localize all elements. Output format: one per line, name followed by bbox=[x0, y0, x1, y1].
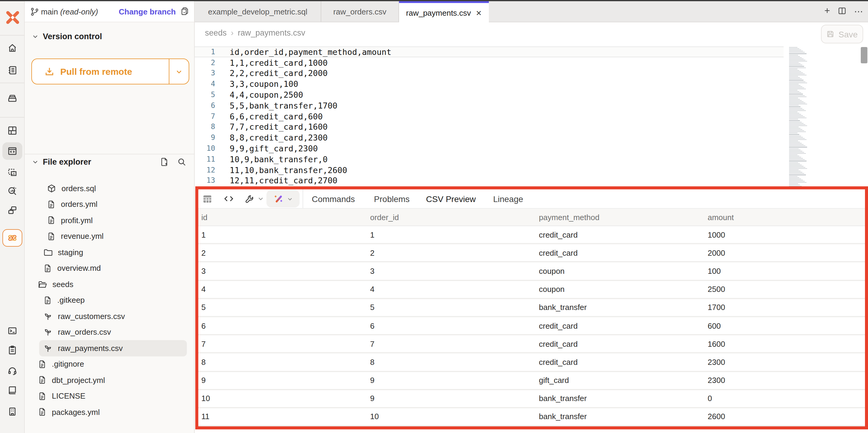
code-line[interactable]: 76,6,credit_card,600 bbox=[195, 111, 784, 122]
pull-options-caret[interactable] bbox=[169, 59, 189, 84]
file-item-dbt-project-yml[interactable]: dbt_project.yml bbox=[25, 372, 194, 388]
table-cell: 2 bbox=[201, 244, 206, 261]
code-line[interactable]: 32,2,credit_card,2000 bbox=[195, 68, 784, 79]
file-item-overview-md[interactable]: overview.md bbox=[25, 260, 194, 276]
minimap-line bbox=[789, 168, 807, 169]
nav-insights[interactable] bbox=[2, 182, 22, 200]
nav-integrations[interactable] bbox=[2, 201, 22, 219]
file-item-raw-orders-csv[interactable]: raw_orders.csv bbox=[25, 324, 194, 340]
file-item-staging[interactable]: staging bbox=[25, 244, 194, 260]
minimap[interactable] bbox=[789, 47, 811, 186]
nav-docs[interactable] bbox=[2, 381, 22, 399]
column-header-order_id[interactable]: order_id bbox=[370, 209, 399, 226]
minimap-line bbox=[789, 116, 805, 117]
nav-org[interactable] bbox=[2, 403, 22, 420]
minimap-line bbox=[789, 60, 805, 60]
column-header-amount[interactable]: amount bbox=[708, 209, 734, 226]
minimap-line bbox=[789, 109, 804, 110]
new-file-icon[interactable] bbox=[160, 157, 169, 167]
change-branch-link[interactable]: Change branch bbox=[119, 7, 176, 16]
search-icon[interactable] bbox=[177, 157, 186, 167]
code-line[interactable]: 1110,9,bank_transfer,0 bbox=[195, 154, 784, 165]
file-item-orders-sql[interactable]: orders.sql bbox=[25, 180, 194, 196]
minimap-line bbox=[789, 182, 807, 183]
file-item-seeds[interactable]: seeds bbox=[25, 276, 194, 292]
nav-copilot[interactable] bbox=[2, 229, 22, 247]
save-button[interactable]: Save bbox=[821, 25, 863, 44]
minimap-line bbox=[789, 166, 804, 167]
split-editor-icon[interactable] bbox=[838, 7, 846, 15]
dbt-logo-icon[interactable] bbox=[4, 9, 21, 26]
panel-tab-csv-preview[interactable]: CSV Preview bbox=[426, 190, 476, 208]
more-options-icon[interactable]: ⋯ bbox=[854, 6, 863, 16]
file-name: packages.yml bbox=[52, 408, 100, 417]
version-control-header[interactable]: Version control bbox=[32, 32, 102, 41]
table-cell: 6 bbox=[370, 317, 374, 334]
nav-canvas[interactable] bbox=[2, 164, 22, 181]
file-item-orders-yml[interactable]: orders.yml bbox=[25, 196, 194, 212]
panel-tab-lineage[interactable]: Lineage bbox=[493, 190, 523, 208]
nav-home[interactable] bbox=[2, 39, 22, 57]
table-cell: credit_card bbox=[539, 244, 578, 261]
close-tab-icon[interactable]: ✕ bbox=[476, 9, 482, 17]
code-line[interactable]: 43,3,coupon,100 bbox=[195, 79, 784, 90]
line-number: 7 bbox=[195, 112, 215, 120]
minimap-line bbox=[789, 91, 799, 92]
code-line[interactable]: 54,4,coupon,2500 bbox=[195, 89, 784, 100]
line-number: 8 bbox=[195, 123, 215, 131]
column-header-payment_method[interactable]: payment_method bbox=[539, 209, 599, 226]
minimap-line bbox=[789, 108, 802, 108]
file-item-raw-customers-csv[interactable]: raw_customers.csv bbox=[25, 308, 194, 324]
nav-notebooks[interactable] bbox=[2, 61, 22, 79]
editor-scrollbar-thumb[interactable] bbox=[861, 47, 867, 63]
minimap-line bbox=[789, 56, 800, 56]
minimap-line bbox=[789, 114, 801, 115]
code-line[interactable]: 65,5,bank_transfer,1700 bbox=[195, 100, 784, 111]
results-table-icon[interactable] bbox=[203, 190, 212, 208]
file-item--gitignore[interactable]: .gitignore bbox=[25, 356, 194, 372]
chevron-down-icon bbox=[32, 33, 38, 40]
nav-develop[interactable] bbox=[2, 142, 22, 160]
code-line[interactable]: 1id,order_id,payment_method,amount bbox=[195, 47, 784, 57]
editor-tab-raw-orders-csv[interactable]: raw_orders.csv bbox=[321, 1, 399, 22]
new-tab-icon[interactable]: + bbox=[824, 6, 830, 16]
file-item-revenue-yml[interactable]: revenue.yml bbox=[25, 228, 194, 244]
code-editor[interactable]: 1id,order_id,payment_method,amount21,1,c… bbox=[195, 44, 868, 186]
minimap-line bbox=[789, 81, 805, 82]
nav-logs[interactable] bbox=[2, 341, 22, 359]
file-item-raw-payments-csv[interactable]: raw_payments.csv bbox=[25, 340, 194, 356]
chevron-down-icon[interactable] bbox=[257, 190, 264, 208]
editor-tab-raw-payments-csv[interactable]: raw_payments.csv✕ bbox=[399, 1, 489, 23]
code-line[interactable]: 1211,10,bank_transfer,2600 bbox=[195, 165, 784, 175]
breadcrumb-folder[interactable]: seeds bbox=[205, 28, 227, 37]
code-line[interactable]: 1312,11,credit_card,2700 bbox=[195, 175, 784, 186]
code-line[interactable]: 21,1,credit_card,1000 bbox=[195, 57, 784, 68]
code-line[interactable]: 98,8,credit_card,2300 bbox=[195, 133, 784, 143]
file-item-profit-yml[interactable]: profit.yml bbox=[25, 212, 194, 228]
column-header-id[interactable]: id bbox=[201, 209, 207, 226]
nav-apps[interactable] bbox=[2, 122, 22, 139]
panel-tab-problems[interactable]: Problems bbox=[374, 190, 410, 208]
code-line[interactable]: 109,9,gift_card,2300 bbox=[195, 143, 784, 154]
code-view-icon[interactable] bbox=[224, 190, 234, 208]
nav-catalog[interactable] bbox=[2, 89, 22, 107]
file-item--gitkeep[interactable]: .gitkeep bbox=[25, 292, 194, 308]
panel-tab-commands[interactable]: Commands bbox=[312, 190, 355, 208]
breadcrumb: seeds › raw_payments.csv bbox=[205, 28, 305, 37]
file-name: orders.yml bbox=[61, 200, 97, 209]
editor-tab-example-develop-metric-sql[interactable]: example_develop_metric.sql bbox=[195, 1, 321, 22]
cube-icon bbox=[47, 184, 56, 193]
nav-support[interactable] bbox=[2, 362, 22, 379]
ai-assist-button[interactable] bbox=[267, 190, 300, 207]
file-item-LICENSE[interactable]: LICENSE bbox=[25, 388, 194, 404]
file-explorer-header[interactable]: File explorer bbox=[32, 157, 91, 167]
minimap-line bbox=[789, 153, 806, 154]
build-tools-icon[interactable] bbox=[245, 190, 254, 208]
table-cell: 6 bbox=[201, 317, 206, 334]
code-line[interactable]: 87,7,credit_card,1600 bbox=[195, 121, 784, 133]
file-item-packages-yml[interactable]: packages.yml bbox=[25, 404, 194, 420]
seed-icon bbox=[43, 328, 53, 337]
copy-icon[interactable] bbox=[180, 7, 189, 16]
nav-terminal[interactable] bbox=[2, 322, 22, 340]
pull-from-remote-button[interactable]: Pull from remote bbox=[31, 58, 189, 84]
